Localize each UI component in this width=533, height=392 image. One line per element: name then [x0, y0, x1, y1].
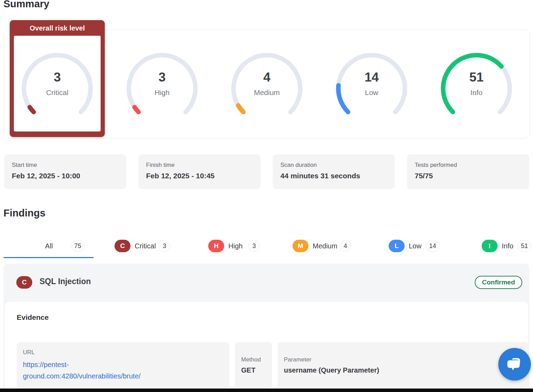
tab-info-count-badge: 51 [517, 240, 531, 252]
evidence-url-card: URL https://pentest-ground.com:4280/vuln… [17, 342, 229, 389]
parameter-label: Parameter [284, 356, 522, 363]
chat-widget-button[interactable] [498, 348, 531, 381]
stat-label: Start time [12, 162, 126, 169]
high-severity-badge: H [208, 240, 224, 252]
chat-bubble-icon [506, 356, 523, 373]
tab-info-label: Info [502, 242, 513, 250]
gauge-medium-label: Medium [229, 88, 305, 97]
gauge-critical: 3 Critical [19, 50, 95, 127]
finding-header[interactable]: C SQL Injection Confirmed [3, 264, 530, 302]
url-link[interactable]: https://pentest-ground.com:4280/vulnerab… [23, 359, 179, 382]
confirmed-status-badge: Confirmed [475, 276, 522, 289]
gauge-low-label: Low [333, 88, 410, 97]
low-severity-badge: L [389, 240, 405, 252]
gauge-medium: 4 Medium [229, 50, 305, 127]
tab-medium-label: Medium [313, 242, 337, 250]
finding-title: SQL Injection [40, 277, 91, 286]
stat-value: 75/75 [415, 172, 529, 180]
overall-risk-label: Overall risk level [10, 24, 105, 32]
gauge-low: 14 Low [333, 50, 410, 127]
tab-info[interactable]: I Info 51 [482, 239, 531, 253]
gauge-info: 51 Info [438, 50, 515, 127]
stat-card-scan-duration: Scan duration 44 minutes 31 seconds [273, 154, 395, 189]
tab-low-count-badge: 14 [426, 240, 440, 252]
finding-card-sql-injection: C SQL Injection Confirmed Evidence URL h… [3, 264, 530, 389]
stat-card-start-time: Start time Feb 12, 2025 - 10:00 [4, 154, 126, 189]
stat-value: Feb 12, 2025 - 10:00 [12, 172, 126, 180]
gauge-critical-value: 3 [19, 70, 95, 85]
stat-card-tests-performed: Tests performed 75/75 [407, 154, 529, 189]
info-severity-badge: I [482, 240, 498, 252]
active-tab-underline [3, 257, 94, 258]
tab-critical-count-badge: 3 [159, 240, 170, 252]
medium-severity-badge: M [293, 240, 308, 252]
findings-title: Findings [3, 207, 45, 219]
stat-label: Scan duration [280, 162, 395, 169]
tab-high[interactable]: H High 3 [208, 239, 260, 253]
evidence-section-title: Evidence [17, 313, 49, 322]
tab-critical-label: Critical [135, 242, 156, 250]
tab-medium-count-badge: 4 [339, 240, 351, 252]
gauge-low-value: 14 [333, 70, 410, 85]
evidence-parameter-card: Parameter username (Query Parameter) [278, 342, 528, 389]
tab-high-count-badge: 3 [248, 240, 260, 252]
url-label: URL [23, 349, 223, 356]
tab-critical[interactable]: C Critical 3 [115, 239, 170, 253]
bottom-edge-bar [0, 389, 533, 392]
evidence-method-card: Method GET [235, 342, 272, 389]
tab-high-label: High [228, 242, 243, 250]
tab-low-label: Low [409, 242, 422, 250]
finding-body: Evidence URL https://pentest-ground.com:… [5, 302, 528, 389]
tab-all-count-badge: 75 [71, 240, 85, 252]
gauge-info-label: Info [438, 88, 515, 97]
stat-value: 44 minutes 31 seconds [280, 172, 395, 180]
method-label: Method [241, 356, 266, 363]
method-value: GET [241, 366, 266, 374]
tab-all[interactable]: All 75 [3, 239, 94, 253]
stat-label: Tests performed [415, 162, 529, 169]
gauge-critical-label: Critical [19, 88, 95, 97]
stat-card-finish-time: Finish time Feb 12, 2025 - 10:45 [138, 154, 261, 189]
gauge-high-value: 3 [124, 70, 200, 85]
tab-medium[interactable]: M Medium 4 [293, 239, 351, 253]
finding-severity-badge: C [16, 276, 32, 289]
gauge-high-label: High [124, 88, 200, 97]
tab-low[interactable]: L Low 14 [389, 239, 440, 253]
critical-severity-badge: C [115, 240, 130, 252]
parameter-value: username (Query Parameter) [284, 366, 522, 374]
summary-title: Summary [3, 0, 49, 10]
gauge-medium-value: 4 [229, 70, 305, 85]
tab-all-label: All [45, 242, 53, 250]
stat-label: Finish time [146, 162, 261, 169]
gauge-high: 3 High [124, 50, 200, 127]
gauge-info-value: 51 [438, 70, 515, 85]
stat-value: Feb 12, 2025 - 10:45 [146, 172, 261, 180]
